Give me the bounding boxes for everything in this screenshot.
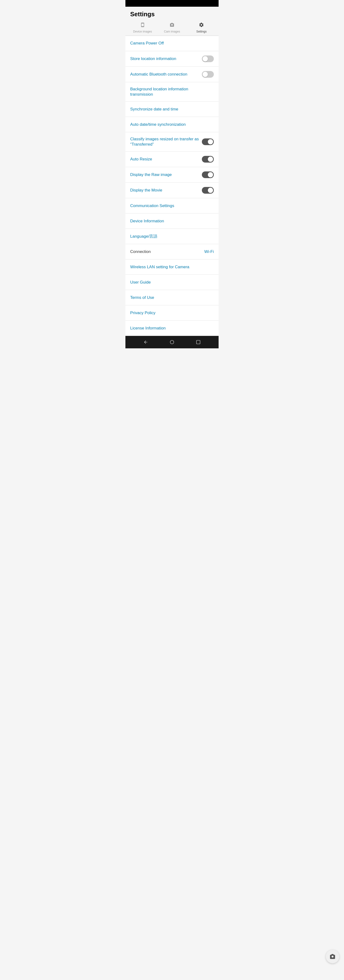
tab-device-images-label: Device images [133, 30, 152, 33]
classify-images-slider [202, 138, 214, 145]
display-raw-slider [202, 172, 214, 178]
license-info-item[interactable]: License Information [125, 321, 219, 336]
camera-power-off-item[interactable]: Camera Power Off [125, 36, 219, 51]
connection-item: Connection Wi-Fi [125, 244, 219, 259]
wireless-lan-label: Wireless LAN setting for Camera [130, 264, 214, 270]
comm-settings-item[interactable]: Communication Settings [125, 198, 219, 213]
phone-icon [140, 22, 145, 29]
privacy-policy-item[interactable]: Privacy Policy [125, 305, 219, 321]
display-movie-item[interactable]: Display the Movie [125, 183, 219, 198]
auto-bluetooth-label: Automatic Bluetooth connection [130, 72, 202, 77]
device-info-item[interactable]: Device Information [125, 213, 219, 229]
classify-images-label: Classify images resized on transfer as “… [130, 137, 202, 147]
language-item[interactable]: Language/言語 [125, 229, 219, 244]
svg-point-0 [170, 340, 174, 344]
back-button[interactable] [142, 338, 149, 346]
device-info-label: Device Information [130, 218, 214, 224]
connection-label: Connection [130, 249, 204, 255]
status-bar [125, 0, 219, 7]
header: Settings [125, 7, 219, 20]
display-raw-toggle[interactable] [202, 172, 214, 178]
svg-rect-1 [197, 340, 200, 344]
auto-bluetooth-toggle[interactable] [202, 71, 214, 78]
license-info-label: License Information [130, 326, 214, 331]
auto-resize-toggle[interactable] [202, 156, 214, 162]
store-location-item[interactable]: Store location information [125, 51, 219, 67]
recent-button[interactable] [195, 338, 202, 346]
terms-of-use-item[interactable]: Terms of Use [125, 290, 219, 305]
display-movie-label: Display the Movie [130, 188, 202, 193]
page-title: Settings [130, 11, 155, 18]
auto-date-sync-label: Auto date/time synchronization [130, 122, 214, 127]
tab-device-images[interactable]: Device images [128, 20, 157, 36]
display-movie-toggle[interactable] [202, 187, 214, 194]
auto-bluetooth-item[interactable]: Automatic Bluetooth connection [125, 67, 219, 82]
store-location-toggle[interactable] [202, 56, 214, 62]
settings-content: Camera Power Off Store location informat… [125, 36, 219, 336]
tab-cam-images[interactable]: Cam images [157, 20, 187, 36]
camera-power-off-label: Camera Power Off [130, 41, 214, 46]
user-guide-item[interactable]: User Guide [125, 275, 219, 290]
tab-cam-images-label: Cam images [164, 30, 180, 33]
nav-bar [125, 336, 219, 348]
comm-settings-label: Communication Settings [130, 203, 214, 208]
user-guide-label: User Guide [130, 280, 214, 285]
auto-resize-slider [202, 156, 214, 162]
gear-icon [199, 22, 204, 29]
camera-outline-icon [170, 22, 174, 29]
auto-resize-label: Auto Resize [130, 157, 202, 162]
home-button[interactable] [168, 338, 176, 346]
terms-of-use-label: Terms of Use [130, 295, 214, 300]
tab-bar: Device images Cam images Settings [125, 20, 219, 36]
connection-value: Wi-Fi [204, 249, 214, 254]
sync-date-label: Synchronize date and time [130, 107, 214, 112]
auto-date-sync-item[interactable]: Auto date/time synchronization [125, 117, 219, 132]
store-location-slider [202, 56, 214, 62]
bg-location-label: Background location information transmis… [130, 86, 214, 97]
tab-settings-label: Settings [197, 30, 207, 33]
bg-location-item[interactable]: Background location information transmis… [125, 82, 219, 102]
store-location-label: Store location information [130, 56, 202, 62]
display-movie-slider [202, 187, 214, 194]
display-raw-item[interactable]: Display the Raw image [125, 167, 219, 183]
auto-resize-item[interactable]: Auto Resize [125, 151, 219, 167]
language-label: Language/言語 [130, 234, 214, 239]
classify-images-item[interactable]: Classify images resized on transfer as “… [125, 132, 219, 151]
sync-date-item[interactable]: Synchronize date and time [125, 102, 219, 117]
classify-images-toggle[interactable] [202, 138, 214, 145]
wireless-lan-item[interactable]: Wireless LAN setting for Camera [125, 259, 219, 275]
privacy-policy-label: Privacy Policy [130, 310, 214, 316]
display-raw-label: Display the Raw image [130, 172, 202, 177]
tab-settings[interactable]: Settings [187, 20, 216, 36]
auto-bluetooth-slider [202, 71, 214, 78]
